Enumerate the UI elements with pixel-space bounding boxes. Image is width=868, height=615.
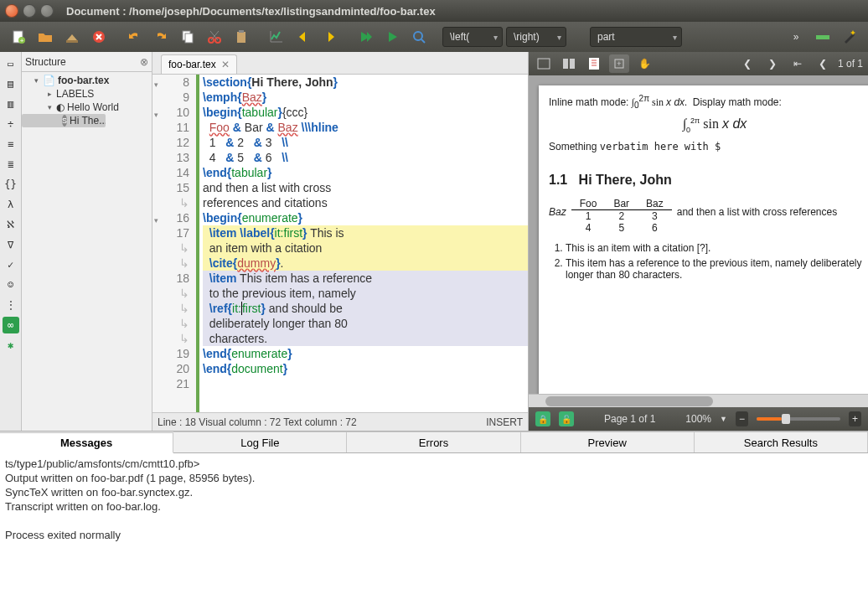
prev-prev-icon[interactable]: ❮: [813, 54, 833, 73]
section-icon: ◐: [56, 101, 65, 113]
prev-back-icon[interactable]: ❮: [737, 54, 757, 73]
open-file-button[interactable]: [34, 25, 57, 49]
nav-back-button[interactable]: [292, 25, 315, 49]
zoom-out-button[interactable]: −: [736, 411, 748, 426]
editor-statusbar: Line : 18 Visual column : 72 Text column…: [152, 412, 528, 431]
window-maximize-button[interactable]: [40, 4, 54, 18]
cut-button[interactable]: [203, 25, 226, 49]
preview-column: + ✋ ❮ ❯ ⇤ ❮ 1 of 1 Inline math mode: ∫02…: [529, 52, 868, 431]
code-editor[interactable]: ▾89▾101112131415↳▾16⚠️17↳↳18↳↳↳↳192021 \…: [152, 75, 528, 412]
more-button[interactable]: »: [784, 25, 808, 49]
zoom-in-button[interactable]: +: [849, 411, 861, 426]
preview-hscrollbar[interactable]: [529, 394, 868, 407]
tree-hi[interactable]: Hi The...: [70, 115, 106, 127]
preview-toolbar: + ✋ ❮ ❯ ⇤ ❮ 1 of 1: [529, 52, 868, 75]
svg-rect-10: [239, 30, 244, 33]
prev-pages-icon[interactable]: [559, 54, 579, 73]
rail-icon[interactable]: ⋮: [3, 297, 19, 313]
preview-zoom-label: 100%: [685, 413, 711, 425]
svg-rect-13: [538, 59, 550, 69]
status-position: Line : 18 Visual column : 72 Text column…: [158, 416, 357, 428]
svg-rect-15: [570, 59, 575, 69]
prev-fit-icon[interactable]: +: [609, 54, 629, 73]
structure-close-icon[interactable]: ⊗: [140, 56, 148, 68]
rail-icon[interactable]: ÷: [3, 116, 19, 132]
tab-preview[interactable]: Preview: [521, 432, 695, 452]
undo-button[interactable]: [122, 25, 146, 49]
redo-button[interactable]: [149, 25, 173, 49]
subsection-icon: S: [62, 115, 67, 127]
view-button[interactable]: [407, 25, 431, 49]
rail-icon[interactable]: ✓: [3, 256, 19, 273]
zoom-slider[interactable]: [757, 417, 840, 421]
chevron-down-icon[interactable]: ▼: [720, 415, 727, 423]
svg-rect-16: [589, 58, 599, 70]
preview-page-label: Page 1 of 1: [582, 413, 677, 425]
right-delim-dropdown[interactable]: \right): [506, 27, 566, 47]
window-title: Document : /home/joseph/Documents/tex/li…: [66, 5, 863, 18]
copy-button[interactable]: [176, 25, 199, 49]
rail-icon[interactable]: ∇: [3, 236, 19, 253]
tab-errors[interactable]: Errors: [347, 432, 520, 452]
wizard-button[interactable]: [838, 25, 861, 49]
save-button[interactable]: [60, 25, 84, 49]
bottom-panel: Messages Log File Errors Preview Search …: [0, 431, 868, 615]
tree-root[interactable]: foo-bar.tex: [58, 75, 109, 86]
rail-icon[interactable]: ✱: [3, 337, 19, 354]
build-button[interactable]: [380, 25, 404, 49]
tab-messages[interactable]: Messages: [0, 432, 173, 453]
editor-column: foo-bar.tex ✕ ▾89▾101112131415↳▾16⚠️17↳↳…: [152, 52, 529, 431]
rail-icon[interactable]: ≡: [3, 136, 19, 152]
main-toolbar: + \left( \right) part »: [0, 22, 868, 52]
lock-icon[interactable]: 🔒: [535, 411, 550, 426]
nav-forward-button[interactable]: [318, 25, 342, 49]
pdf-list-item: This item has a reference to the previou…: [566, 257, 868, 281]
window-minimize-button[interactable]: [23, 4, 36, 18]
tree-hello[interactable]: Hello World: [67, 101, 119, 113]
svg-text:+: +: [617, 59, 621, 68]
pdf-canvas[interactable]: Inline math mode: ∫02π sin x dx. Display…: [529, 75, 868, 394]
tree-labels[interactable]: LABELS: [56, 88, 94, 100]
tab-close-icon[interactable]: ✕: [221, 59, 230, 70]
rail-icon[interactable]: λ: [3, 196, 19, 213]
log-output[interactable]: ts/type1/public/amsfonts/cm/cmtt10.pfb> …: [0, 453, 868, 615]
paste-button[interactable]: [230, 25, 253, 49]
prev-forward-icon[interactable]: ❯: [762, 54, 783, 73]
pdf-list-item: This is an item with a citation [?].: [566, 242, 868, 254]
rail-icon[interactable]: ≣: [3, 156, 19, 173]
prev-pdf-icon[interactable]: [584, 54, 604, 73]
close-file-button[interactable]: [87, 25, 111, 49]
prev-page-layout-icon[interactable]: [534, 54, 554, 73]
window-titlebar: Document : /home/joseph/Documents/tex/li…: [0, 0, 868, 22]
new-file-button[interactable]: +: [7, 25, 30, 49]
lock-open-icon[interactable]: 🔓: [559, 411, 574, 426]
pdf-page: Inline math mode: ∫02π sin x dx. Display…: [539, 85, 868, 394]
rail-icon[interactable]: ℵ: [3, 216, 19, 233]
rail-icon[interactable]: {}: [3, 176, 19, 193]
pdf-text: Display math mode:: [693, 96, 782, 108]
window-close-button[interactable]: [5, 4, 18, 18]
svg-rect-14: [563, 59, 568, 69]
svg-rect-6: [185, 34, 193, 43]
svg-text:+: +: [20, 37, 24, 44]
structure-title: Structure: [25, 56, 66, 68]
left-delim-dropdown[interactable]: \left(: [442, 27, 503, 47]
tab-label: foo-bar.tex: [168, 59, 216, 70]
rail-icon[interactable]: ∞: [3, 317, 19, 333]
preview-page-counter: 1 of 1: [838, 58, 863, 70]
build-run-button[interactable]: [354, 25, 377, 49]
tab-search[interactable]: Search Results: [695, 432, 868, 452]
rail-icon[interactable]: ▤: [3, 75, 19, 92]
structure-tree[interactable]: ▾📄 foo-bar.tex ▸LABELS ▾◐ Hello World S …: [22, 72, 152, 129]
highlight-button[interactable]: [811, 25, 834, 49]
editor-tab[interactable]: foo-bar.tex ✕: [161, 54, 237, 74]
pdf-verbatim: verbatim here with $: [600, 141, 721, 152]
rail-icon[interactable]: ▥: [3, 96, 19, 112]
section-dropdown[interactable]: part: [590, 27, 682, 47]
tab-logfile[interactable]: Log File: [173, 432, 347, 452]
plot-button[interactable]: [265, 25, 288, 49]
rail-icon[interactable]: ▭: [3, 55, 19, 72]
prev-first-icon[interactable]: ⇤: [788, 54, 808, 73]
rail-icon[interactable]: ☺: [3, 276, 19, 293]
prev-hand-icon[interactable]: ✋: [634, 54, 654, 73]
